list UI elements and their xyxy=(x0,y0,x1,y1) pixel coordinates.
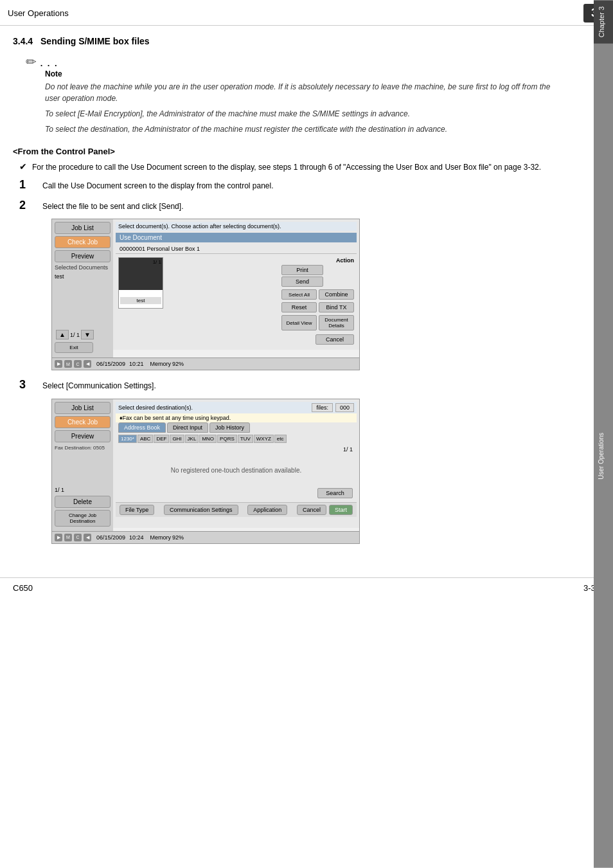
start-btn[interactable]: Start xyxy=(329,505,353,515)
section-heading: 3.4.4 Sending S/MIME box files xyxy=(13,36,150,46)
note-container: ✏ . . . Note Do not leave the machine wh… xyxy=(26,54,565,139)
from-panel-heading: <From the Control Panel> xyxy=(13,147,565,156)
footer-memory-val-2: 92% xyxy=(172,534,184,541)
footer-date-2: 06/15/2009 xyxy=(96,534,125,541)
footer-model: C650 xyxy=(13,583,33,593)
fax-note: ♦Fax can be sent at any time using keypa… xyxy=(116,413,357,422)
step-2: 2 Select the file to be sent and click [… xyxy=(19,199,565,213)
screenshot1-right-panel: Select document(s). Choose action after … xyxy=(113,219,359,350)
step-3: 3 Select [Communication Settings]. xyxy=(19,378,565,392)
alpha-jkl[interactable]: JKL xyxy=(185,435,199,443)
combine-btn[interactable]: Combine xyxy=(319,289,354,300)
step-1-text: Call the Use Document screen to the disp… xyxy=(42,180,274,192)
cancel-btn-2[interactable]: Cancel xyxy=(297,505,326,515)
screenshot1-top-msg: Select document(s). Choose action after … xyxy=(116,222,357,231)
dest-label: Fax Destination: 0505 xyxy=(55,445,111,451)
note-content: Note Do not leave the machine while you … xyxy=(45,69,565,135)
doc-details-btn[interactable]: Document Details xyxy=(319,315,354,330)
action-label: Action xyxy=(281,257,354,264)
footer-memory-label-2: Memory xyxy=(150,534,172,541)
note-text-3: To select the destination, the Administr… xyxy=(45,123,565,135)
doc-thumb-label: test xyxy=(120,297,161,304)
tab-row: Address Book Direct Input Job History xyxy=(116,422,357,433)
footer-icon-5: ▶ xyxy=(55,534,62,541)
bullet-item: ✔ For the procedure to call the Use Docu… xyxy=(19,161,565,173)
alpha-ghi[interactable]: GHI xyxy=(170,435,184,443)
nav-up-btn[interactable]: ▲ xyxy=(56,330,69,339)
preview-btn-1[interactable]: Preview xyxy=(55,250,111,262)
alpha-1230[interactable]: 1230* xyxy=(118,435,137,443)
print-btn[interactable]: Print xyxy=(281,265,323,275)
screenshot2-right-panel: Select desired destination(s). files: 00… xyxy=(113,399,359,528)
step-3-number: 3 xyxy=(19,378,39,392)
step-2-text: Select the file to be sent and click [Se… xyxy=(42,201,183,212)
screenshot-2: Job List Check Job Preview Fax Destinati… xyxy=(51,399,360,544)
alpha-abc[interactable]: ABC xyxy=(138,435,153,443)
nav-down-btn[interactable]: ▼ xyxy=(81,330,94,339)
footer-icon-7: C xyxy=(74,534,82,541)
footer-icons-2: ▶ M C ◀ xyxy=(55,534,91,541)
send-btn[interactable]: Send xyxy=(281,276,323,287)
alpha-mno[interactable]: MNO xyxy=(199,435,217,443)
footer-memory-label-1: Memory xyxy=(150,361,172,367)
select-all-btn[interactable]: Select All xyxy=(281,289,317,300)
screenshot2-left-panel: Job List Check Job Preview Fax Destinati… xyxy=(52,399,113,531)
action-btn-row-3: Detail View Document Details xyxy=(281,315,354,330)
alpha-etc[interactable]: etc xyxy=(274,435,287,443)
footer-icons-1: ▶ M C ◀ xyxy=(55,360,91,368)
alpha-def[interactable]: DEF xyxy=(154,435,169,443)
job-list-btn-2[interactable]: Job List xyxy=(55,402,111,414)
tab-direct-input[interactable]: Direct Input xyxy=(167,422,208,433)
user-ops-tag: User Operations xyxy=(594,44,613,868)
cancel-btn-1[interactable]: Cancel xyxy=(315,334,354,345)
file-type-btn[interactable]: File Type xyxy=(120,505,154,515)
footer-icon-3: C xyxy=(74,360,82,368)
detail-view-btn[interactable]: Detail View xyxy=(281,315,317,330)
job-list-btn-1[interactable]: Job List xyxy=(55,222,111,234)
footer-time-2: 10:24 xyxy=(129,534,144,541)
footer-icon-1: ▶ xyxy=(55,360,62,368)
action-btn-row-1: Select All Combine xyxy=(281,289,354,300)
change-dest-btn[interactable]: Change Job Destination xyxy=(55,510,111,527)
application-btn[interactable]: Application xyxy=(247,505,287,515)
footer-icon-8: ◀ xyxy=(84,534,91,541)
bind-tx-btn[interactable]: Bind TX xyxy=(319,302,354,312)
page-count-2: 1/ 1 xyxy=(343,446,353,453)
screenshot-1: Job List Check Job Preview Selected Docu… xyxy=(51,219,360,370)
doc-actions: Action Print Send Select All Combine Res… xyxy=(281,257,354,330)
check-job-btn-1[interactable]: Check Job xyxy=(55,236,111,248)
step-1-number: 1 xyxy=(19,178,39,192)
footer-time-1: 10:21 xyxy=(129,361,144,367)
main-content: 3.4.4 Sending S/MIME box files ✏ . . . N… xyxy=(0,26,591,565)
right-sidebar: Chapter 3 User Operations xyxy=(594,0,613,868)
screenshot1-box-id: 00000001 Personal User Box 1 xyxy=(116,244,357,254)
reset-btn[interactable]: Reset xyxy=(281,302,317,312)
screenshot1-footer: ▶ M C ◀ 06/15/2009 10:21 Memory 92% xyxy=(52,357,359,370)
tab-address-book[interactable]: Address Book xyxy=(118,422,166,433)
alpha-row: 1230* ABC DEF GHI JKL MNO PQRS TUV WXYZ … xyxy=(116,435,357,443)
screenshot2-footer: ▶ M C ◀ 06/15/2009 10:24 Memory 92% xyxy=(52,531,359,543)
tab-job-history[interactable]: Job History xyxy=(209,422,250,433)
footer-date-1: 06/15/2009 xyxy=(96,361,125,367)
step-1: 1 Call the Use Document screen to the di… xyxy=(19,178,565,192)
nav-count-2: 1/ 1 xyxy=(55,487,64,493)
bullet-text: For the procedure to call the Use Docume… xyxy=(32,161,541,173)
bullet-mark: ✔ xyxy=(19,161,27,172)
alpha-wxyz[interactable]: WXYZ xyxy=(254,435,274,443)
step-3-text: Select [Communication Settings]. xyxy=(42,380,156,392)
communication-settings-btn[interactable]: Communication Settings xyxy=(164,505,238,515)
alpha-pqrs[interactable]: PQRS xyxy=(217,435,237,443)
header-left-label: User Operations xyxy=(8,8,69,18)
check-job-btn-2[interactable]: Check Job xyxy=(55,416,111,428)
preview-btn-2[interactable]: Preview xyxy=(55,430,111,442)
exit-btn-1[interactable]: Exit xyxy=(55,342,93,353)
note-text-2: To select [E-Mail Encryption], the Admin… xyxy=(45,108,565,120)
panel-nav-2: 1/ 1 xyxy=(55,487,111,493)
delete-btn[interactable]: Delete xyxy=(55,496,111,508)
alpha-tuv[interactable]: TUV xyxy=(238,435,253,443)
doc-footer: C650 3-37 xyxy=(0,577,613,598)
footer-icon-2: M xyxy=(64,360,72,368)
search-btn[interactable]: Search xyxy=(317,488,353,498)
doc-area: test 1/ 1 Action Print Send Select All C… xyxy=(116,256,357,332)
doc-thumbnail: test 1/ 1 xyxy=(118,257,163,309)
